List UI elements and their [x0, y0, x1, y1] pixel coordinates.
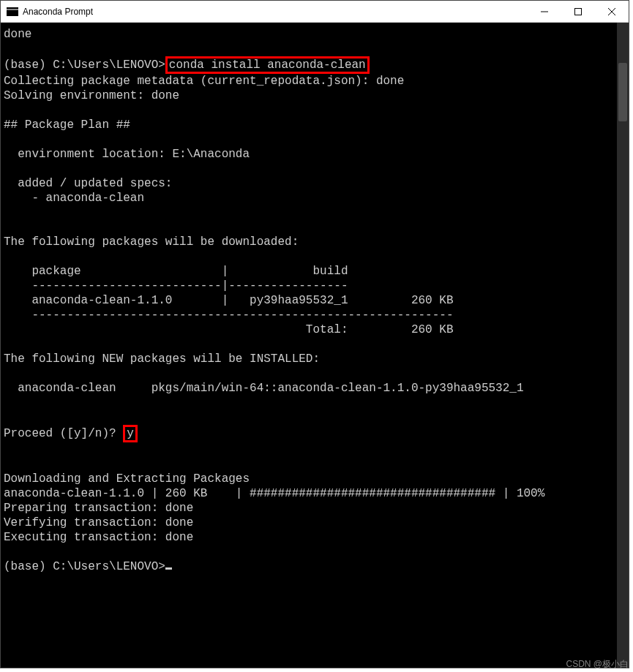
app-icon [7, 7, 18, 16]
line: - anaconda-clean [4, 192, 144, 205]
titlebar[interactable]: Anaconda Prompt [1, 1, 629, 23]
line: environment location: E:\Anaconda [4, 148, 250, 161]
close-button[interactable] [595, 1, 629, 23]
line: The following packages will be downloade… [4, 235, 299, 249]
line: anaconda-clean-1.1.0 | py39haa95532_1 26… [4, 294, 454, 307]
minimize-icon [541, 8, 548, 15]
line: package | build [4, 265, 348, 278]
close-icon [608, 8, 615, 15]
watermark: CSDN @极小白 [566, 658, 629, 671]
window-frame: Anaconda Prompt done (base) C:\Users\LEN… [0, 0, 629, 668]
line: added / updated specs: [4, 177, 172, 190]
line: Collecting package metadata (current_rep… [4, 75, 404, 88]
line: The following NEW packages will be INSTA… [4, 352, 320, 366]
line: ----------------------------------------… [4, 309, 454, 322]
line: Executing transaction: done [4, 531, 193, 544]
line: anaconda-clean pkgs/main/win-64::anacond… [4, 382, 524, 395]
line: done [4, 28, 31, 41]
highlighted-input: y [123, 425, 138, 442]
scrollbar-track[interactable] [617, 23, 629, 668]
scrollbar-thumb[interactable] [618, 63, 627, 121]
line: Solving environment: done [4, 89, 179, 102]
window-title: Anaconda Prompt [23, 7, 528, 17]
line: ## Package Plan ## [4, 118, 130, 132]
line: Total: 260 KB [4, 323, 454, 336]
terminal-output[interactable]: done (base) C:\Users\LENOVO>conda instal… [1, 23, 629, 668]
line: Verifying transaction: done [4, 516, 193, 529]
line: anaconda-clean-1.1.0 | 260 KB | ########… [4, 487, 544, 500]
svg-rect-1 [575, 9, 582, 15]
prompt: (base) C:\Users\LENOVO> [4, 560, 165, 573]
proceed-prompt: Proceed ([y]/n)? [4, 427, 123, 440]
line: Downloading and Extracting Packages [4, 472, 250, 486]
highlighted-command: conda install anaconda-clean [165, 56, 370, 74]
maximize-icon [574, 8, 582, 15]
minimize-button[interactable] [528, 1, 561, 23]
prompt: (base) C:\Users\LENOVO> [4, 58, 165, 72]
maximize-button[interactable] [561, 1, 595, 23]
cursor [165, 567, 172, 570]
window-controls [528, 1, 629, 22]
line: Preparing transaction: done [4, 502, 193, 515]
line: ---------------------------|------------… [4, 279, 348, 292]
